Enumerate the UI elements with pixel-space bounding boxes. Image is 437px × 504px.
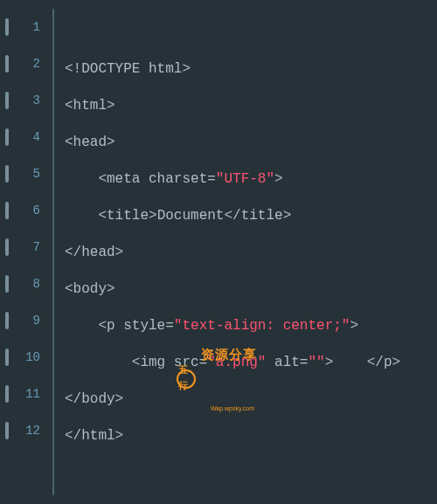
img-src-value: "a.png" — [207, 355, 266, 370]
line-number: 9 — [33, 311, 40, 330]
gutter-line: 3 — [0, 82, 52, 119]
meta-tag-open: <meta charset= — [65, 171, 216, 187]
line-number: 8 — [33, 274, 40, 293]
gutter-line: 12 — [0, 412, 52, 449]
gutter-line: 5 — [0, 155, 52, 192]
line-number: 12 — [25, 421, 40, 440]
gutter-line: 11 — [0, 376, 52, 412]
body-open-tag: <body> — [65, 281, 115, 297]
gutter-line: 9 — [0, 302, 52, 339]
img-open: <img src= — [65, 355, 207, 370]
img-alt-value: "" — [308, 355, 324, 370]
line-number: 1 — [33, 17, 40, 37]
line-number: 3 — [33, 91, 40, 110]
line-number: 11 — [25, 384, 40, 404]
img-close: > </p> — [325, 355, 400, 370]
fold-mark-icon — [5, 238, 9, 256]
gutter-line: 4 — [0, 119, 52, 155]
fold-mark-icon — [5, 275, 9, 293]
line-number: 4 — [33, 128, 40, 147]
code-editor[interactable]: <!DOCTYPE html> <html> <head> <meta char… — [54, 0, 437, 504]
html-close-tag: </html> — [65, 428, 123, 444]
doctype-tag: <!DOCTYPE html> — [65, 61, 191, 77]
fold-mark-icon — [5, 422, 9, 439]
gutter-line: 1 — [0, 9, 52, 45]
fold-mark-icon — [5, 349, 9, 366]
title-text: Document — [157, 208, 225, 224]
code-content[interactable]: <!DOCTYPE html> <html> <head> <meta char… — [65, 51, 430, 454]
fold-mark-icon — [5, 202, 9, 219]
head-open-tag: <head> — [65, 135, 115, 150]
img-alt-attr: alt= — [266, 355, 308, 370]
line-number: 6 — [33, 201, 40, 220]
fold-mark-icon — [5, 92, 9, 109]
p-style-value: "text-align: center;" — [174, 318, 350, 334]
html-open-tag: <html> — [65, 98, 115, 114]
line-number: 2 — [33, 54, 40, 73]
meta-tag-close: > — [274, 171, 283, 187]
fold-mark-icon — [5, 385, 9, 403]
line-number-gutter: 1 2 3 4 5 6 7 8 9 10 11 12 — [0, 0, 52, 504]
fold-mark-icon — [5, 55, 9, 72]
line-number: 7 — [33, 238, 40, 257]
title-open: <title> — [65, 208, 157, 224]
fold-mark-icon — [5, 18, 9, 36]
gutter-line: 6 — [0, 192, 52, 229]
p-open: <p style= — [65, 318, 174, 334]
fold-mark-icon — [5, 128, 9, 146]
title-close: </title> — [224, 208, 291, 224]
fold-mark-icon — [5, 165, 9, 183]
line-number: 5 — [33, 164, 40, 183]
fold-mark-icon — [5, 312, 9, 329]
gutter-line: 8 — [0, 266, 52, 302]
body-close-tag: </body> — [65, 391, 123, 407]
line-number: 10 — [25, 348, 40, 367]
gutter-line: 10 — [0, 339, 52, 376]
gutter-line: 7 — [0, 229, 52, 266]
meta-charset-value: "UTF-8" — [216, 171, 274, 187]
gutter-line: 2 — [0, 45, 52, 82]
head-close-tag: </head> — [65, 245, 123, 260]
p-close-bracket: > — [350, 318, 358, 334]
